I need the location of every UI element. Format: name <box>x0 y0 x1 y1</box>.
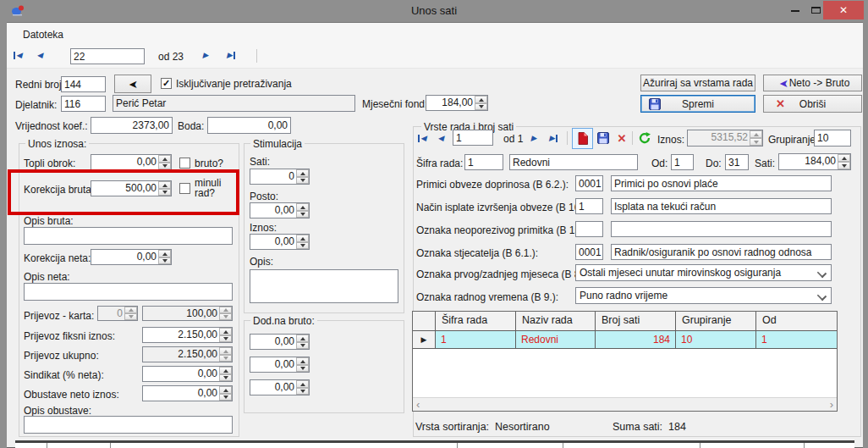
od-input[interactable]: 1 <box>671 154 694 170</box>
prijevoz-karta-broj-input[interactable]: 0 <box>97 306 138 321</box>
vr-move-last-button[interactable]: ▶ <box>546 131 561 146</box>
b62-desc-input[interactable]: Primici po osnovi plaće <box>611 175 832 191</box>
sati-input[interactable]: 184,00 <box>778 153 851 170</box>
stim-sati-input[interactable]: 0 <box>250 169 310 185</box>
col-naziv-rada[interactable]: Naziv rada <box>516 312 596 330</box>
spinner[interactable] <box>296 169 309 184</box>
spremi-button[interactable]: Spremi <box>640 95 755 113</box>
spinner[interactable] <box>219 367 232 381</box>
vr-position-input[interactable]: 1 <box>453 130 493 146</box>
do-input[interactable]: 31 <box>725 154 749 170</box>
lookup-button[interactable]: ➤ <box>114 75 151 93</box>
redni-broj-input[interactable]: 144 <box>61 76 106 92</box>
vr-delete-button[interactable]: ✕ <box>614 130 629 147</box>
col-sifra-rada[interactable]: Šifra rada <box>436 312 516 330</box>
col-broj-sati[interactable]: Broj sati <box>596 312 676 330</box>
b8-dropdown[interactable]: Ostali mjeseci unutar mirovinskog osigur… <box>575 264 832 281</box>
col-od[interactable]: Od <box>756 312 837 330</box>
obustave-input[interactable]: 0,00 <box>142 385 233 401</box>
dod-na-bruto-input-3[interactable]: 0,00 <box>250 379 310 395</box>
mjesecni-fond-input[interactable]: 184,00 <box>426 95 488 111</box>
prijevoz-fiksni-input[interactable]: 2.150,00 <box>142 327 233 343</box>
vr-move-previous-button[interactable]: ◀ <box>433 131 448 146</box>
move-last-button[interactable]: ▶ <box>223 48 239 63</box>
delete-icon: ✕ <box>776 97 785 110</box>
b151-code-input[interactable] <box>575 221 603 237</box>
menu-datoteka[interactable]: Datoteka <box>15 26 71 43</box>
b151-desc-input[interactable] <box>611 221 832 237</box>
b62-code-input[interactable]: 0001 <box>575 175 603 191</box>
b61-desc-input[interactable]: Radnik/osiguranik po osnovi radnog odnos… <box>611 244 832 260</box>
vr-previous-icon: ◀ <box>438 135 444 142</box>
horizontal-scrollbar[interactable]: ‹ › <box>413 397 837 411</box>
minimize-icon[interactable] <box>791 10 799 12</box>
spinner[interactable] <box>219 307 232 320</box>
azuriraj-button[interactable]: Ažuriraj sa vrstama rada <box>640 75 755 91</box>
spinner[interactable] <box>475 96 487 110</box>
vr-refresh-button[interactable] <box>636 130 653 147</box>
vrste-rada-table[interactable]: Šifra rada Naziv rada Broj sati Grupiran… <box>412 311 838 412</box>
djelatnik-code-input[interactable]: 116 <box>61 96 106 112</box>
vrijednost-koef-input[interactable]: 2373,00 <box>91 117 173 134</box>
record-position-input[interactable]: 22 <box>70 48 145 64</box>
spinner[interactable] <box>838 154 850 169</box>
spinner[interactable] <box>296 235 309 249</box>
scroll-left-icon[interactable]: ‹ <box>416 401 420 409</box>
prijevoz-karta-iznos-input[interactable]: 100,00 <box>142 306 233 321</box>
maximize-icon[interactable] <box>811 7 821 14</box>
scroll-right-icon[interactable]: › <box>830 401 833 409</box>
prijevoz-ukupno-input[interactable]: 2.150,00 <box>142 346 233 362</box>
spinner[interactable] <box>296 380 309 395</box>
vr-new-record-button[interactable] <box>572 128 593 149</box>
dod-na-bruto-input-1[interactable]: 0,00 <box>250 334 310 350</box>
iskljucivanje-checkbox[interactable]: ✓ <box>161 78 172 89</box>
korekcija-neta-input[interactable]: 0,00 <box>91 249 172 265</box>
vr-move-next-button[interactable]: ▶ <box>526 131 541 146</box>
vr-move-first-button[interactable]: ◀ <box>415 131 430 146</box>
move-first-button[interactable]: ◀ <box>10 48 25 63</box>
highlight-rectangle <box>8 169 239 215</box>
cell-naziv-rada[interactable]: Redovni <box>516 331 596 349</box>
stim-iznos-input[interactable]: 0,00 <box>250 234 310 250</box>
opis-bruta-input[interactable] <box>24 227 233 245</box>
vr-iznos-input[interactable]: 5315,52 <box>687 130 763 147</box>
boda-input[interactable]: 0,00 <box>207 117 291 134</box>
spinner[interactable] <box>158 155 171 169</box>
vr-save-button[interactable] <box>595 130 612 147</box>
move-previous-button[interactable]: ◀ <box>32 48 47 63</box>
cell-od[interactable]: 1 <box>756 331 837 349</box>
sindikat-input[interactable]: 0,00 <box>142 366 233 382</box>
spinner[interactable] <box>219 386 232 401</box>
topli-obrok-input[interactable]: 0,00 <box>91 154 172 170</box>
spinner[interactable] <box>296 335 309 349</box>
cell-grupiranje[interactable]: 10 <box>676 331 756 349</box>
move-next-button[interactable]: ▶ <box>198 48 213 63</box>
obrisi-button[interactable]: ✕ Obriši <box>763 95 862 113</box>
title-bar[interactable]: Unos sati ✕ <box>0 0 868 23</box>
sifra-rada-input[interactable]: 1 <box>464 154 503 170</box>
naziv-rada-input[interactable]: Redovni <box>509 154 638 170</box>
neto-bruto-button[interactable]: ➤ Neto -> Bruto <box>763 75 862 91</box>
opis-obustave-input[interactable] <box>24 416 233 434</box>
bruto-checkbox[interactable] <box>179 158 190 169</box>
cell-sifra-rada[interactable]: 1 <box>436 331 516 349</box>
vr-grupiranje-input[interactable]: 10 <box>814 130 851 147</box>
col-grupiranje[interactable]: Grupiranje <box>676 312 756 330</box>
spinner[interactable] <box>296 203 309 218</box>
spinner[interactable] <box>158 250 171 264</box>
spinner[interactable] <box>219 328 232 342</box>
close-button[interactable]: ✕ <box>823 1 864 19</box>
b161-code-input[interactable]: 1 <box>575 198 603 214</box>
spinner[interactable] <box>296 357 309 372</box>
stim-posto-input[interactable]: 0,00 <box>250 202 310 218</box>
b161-desc-input[interactable]: Isplata na tekući račun <box>611 198 832 214</box>
dod-na-bruto-input-2[interactable]: 0,00 <box>250 357 310 373</box>
table-row[interactable]: ▶ 1 Redovni 184 10 1 <box>413 331 837 349</box>
b9-dropdown[interactable]: Puno radno vrijeme <box>575 287 832 304</box>
row-selector-cell[interactable]: ▶ <box>413 331 436 349</box>
stim-opis-input[interactable] <box>250 269 398 303</box>
opis-neta-input[interactable] <box>24 283 233 301</box>
djelatnik-name-input[interactable]: Perić Petar <box>113 95 355 112</box>
cell-broj-sati[interactable]: 184 <box>596 331 676 349</box>
b61-code-input[interactable]: 0001 <box>575 244 603 260</box>
